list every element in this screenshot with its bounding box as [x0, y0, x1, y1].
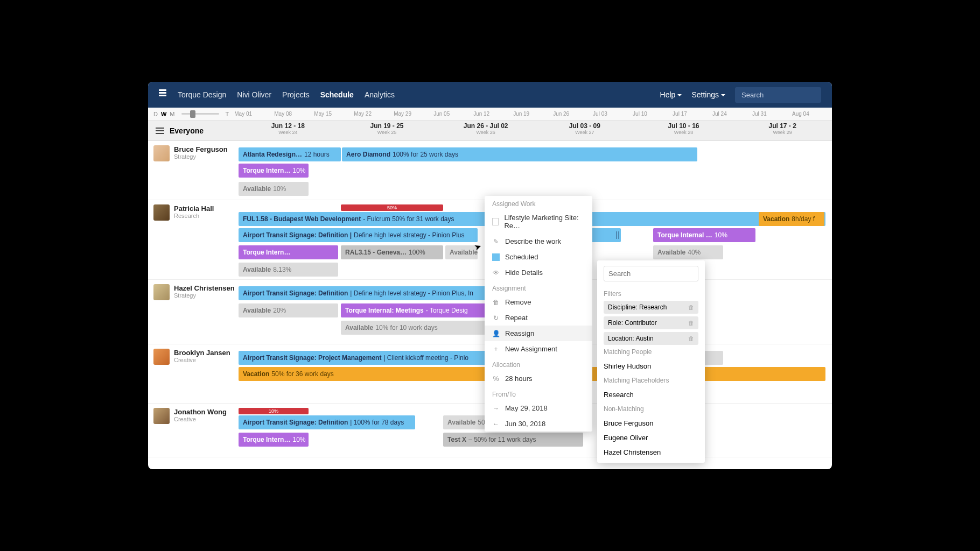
person-role: Creative	[174, 357, 230, 363]
task-bar[interactable]	[589, 228, 621, 242]
non-matching-person[interactable]: Eugene Oliver	[604, 430, 698, 445]
ctx-new[interactable]: ＋New Assignment	[485, 341, 592, 357]
checkbox-icon[interactable]	[492, 218, 499, 225]
matching-placeholder[interactable]: Research	[604, 387, 698, 402]
matching-people-label: Matching People	[604, 348, 698, 356]
person-name: Patricia Hall	[174, 204, 214, 213]
available-bar[interactable]: Available8.13%	[239, 263, 338, 277]
scale-month[interactable]: M	[170, 111, 174, 117]
week-column: Jun 19 - 25Week 25	[338, 121, 437, 140]
ctx-section-fromto: From/To	[485, 386, 592, 400]
task-bar[interactable]: Torque Intern…	[239, 245, 338, 259]
ruler-date: Jun 12	[473, 111, 513, 117]
plus-icon: ＋	[492, 345, 500, 353]
filter-chip[interactable]: Discipline: Research🗑	[604, 301, 698, 314]
avatar[interactable]	[153, 408, 170, 424]
task-sub: 20%	[273, 307, 286, 314]
week-range: Jun 19 - 25	[338, 122, 437, 130]
ctx-to[interactable]: ←Jun 30, 2018	[485, 416, 592, 432]
task-title: RAL3.15 - Geneva…	[345, 249, 407, 256]
ctx-remove[interactable]: 🗑Remove	[485, 294, 592, 310]
matching-person[interactable]: Shirley Hudson	[604, 359, 698, 373]
task-title: Airport Transit Signage: Definition	[243, 419, 348, 426]
task-title: Airport Transit Signage: Project Managem…	[243, 354, 381, 362]
scale-day[interactable]: D	[153, 111, 158, 117]
help-dropdown[interactable]: Help	[660, 90, 682, 99]
filter-chip[interactable]: Role: Contributor🗑	[604, 316, 698, 329]
task-bar[interactable]: Airport Transit Signage: Definition| 100…	[239, 415, 415, 429]
ctx-lifestyle[interactable]: Lifestyle Marketing Site: Re…	[485, 210, 592, 234]
avatar[interactable]	[153, 284, 170, 300]
ruler-date: Jul 17	[673, 111, 712, 117]
week-column: Jul 17 - 2Week 29	[733, 121, 832, 140]
task-bar[interactable]: Torque Intern…10%	[239, 164, 309, 178]
chip-delete-icon[interactable]: 🗑	[688, 335, 694, 342]
percent-icon: %	[492, 375, 500, 383]
task-title: Available	[345, 324, 373, 331]
task-title: Vacation	[243, 370, 269, 378]
vacation-bar[interactable]: Vacation8h/day f	[759, 212, 824, 226]
non-matching-person[interactable]: Bruce Ferguson	[604, 416, 698, 430]
avatar[interactable]	[153, 204, 170, 221]
chip-delete-icon[interactable]: 🗑	[688, 320, 694, 326]
task-sub: 50% for 36 work days	[271, 370, 333, 378]
nav-user[interactable]: Nivi Oliver	[237, 90, 271, 99]
task-bar[interactable]: Test X– 50% for 11 work days	[443, 433, 583, 447]
ruler-date: Jun 05	[433, 111, 473, 117]
nav-brand[interactable]: Torque Design	[178, 90, 226, 99]
task-title: Aero Diamond	[346, 151, 390, 158]
nav-analytics[interactable]: Analytics	[365, 90, 395, 99]
task-bar[interactable]: Aero Diamond100% for 25 work days	[342, 147, 697, 161]
pencil-icon: ✎	[492, 238, 500, 245]
available-bar[interactable]: Available10%	[239, 182, 309, 196]
task-sub: 100% for 25 work days	[393, 151, 458, 158]
available-bar[interactable]: Available	[445, 245, 478, 259]
ctx-label: Lifestyle Marketing Site: Re…	[504, 214, 585, 230]
task-bar[interactable]: Atlanta Redesign…12 hours	[239, 147, 341, 161]
hamburger-icon[interactable]	[156, 128, 164, 134]
task-bar[interactable]: Airport Transit Signage: Definition |Def…	[239, 228, 478, 242]
settings-dropdown[interactable]: Settings	[691, 90, 725, 99]
ctx-reassign[interactable]: 👤Reassign	[485, 326, 592, 341]
eye-icon: 👁	[492, 269, 500, 277]
available-bar[interactable]: Available20%	[239, 303, 338, 317]
task-sub: | Client kickoff meeting - Pinio	[383, 354, 468, 362]
zoom-slider[interactable]	[181, 113, 219, 115]
scale-today[interactable]: T	[226, 111, 229, 117]
ctx-scheduled[interactable]: Scheduled	[485, 249, 592, 265]
filter-chip[interactable]: Location: Austin🗑	[604, 332, 698, 345]
ctx-hide[interactable]: 👁Hide Details	[485, 265, 592, 280]
week-range: Jul 03 - 09	[535, 122, 634, 130]
avatar[interactable]	[153, 349, 170, 365]
nav-projects[interactable]: Projects	[282, 90, 310, 99]
logo-icon[interactable]	[159, 89, 170, 100]
available-bar[interactable]: Available40%	[653, 245, 723, 259]
chip-delete-icon[interactable]: 🗑	[688, 304, 694, 310]
task-bar[interactable]: RAL3.15 - Geneva…100%	[341, 245, 443, 259]
scale-week[interactable]: W	[161, 111, 166, 117]
ctx-repeat[interactable]: ↻Repeat	[485, 310, 592, 326]
reassign-search-input[interactable]	[604, 266, 698, 281]
ctx-hours[interactable]: %28 hours	[485, 371, 592, 386]
task-bar[interactable]: Torque Internal …10%	[653, 228, 755, 242]
ctx-label: Reassign	[505, 329, 534, 337]
ctx-describe[interactable]: ✎Describe the work	[485, 234, 592, 249]
week-range: Jul 17 - 2	[733, 122, 832, 130]
search-input[interactable]	[735, 87, 821, 103]
week-column: Jul 03 - 09Week 27	[535, 121, 634, 140]
non-matching-person[interactable]: Hazel Christensen	[604, 445, 698, 460]
ctx-from[interactable]: →May 29, 2018	[485, 400, 592, 416]
grip-icon[interactable]	[616, 231, 619, 239]
checkbox-icon[interactable]	[492, 253, 500, 261]
overallocation-bar[interactable]: 10%	[239, 408, 309, 414]
chip-label: Role: Contributor	[608, 319, 657, 327]
nav-schedule[interactable]: Schedule	[320, 90, 354, 99]
avatar[interactable]	[153, 145, 170, 161]
task-sub: 8h/day f	[792, 215, 815, 223]
task-title: Torque Internal …	[657, 231, 712, 239]
task-sub: 12 hours	[304, 151, 330, 158]
task-bar[interactable]: Torque Intern…10%	[239, 433, 309, 447]
slider-thumb[interactable]	[190, 110, 195, 118]
ctx-label: Hide Details	[505, 269, 543, 277]
overallocation-bar[interactable]: 50%	[341, 204, 443, 211]
